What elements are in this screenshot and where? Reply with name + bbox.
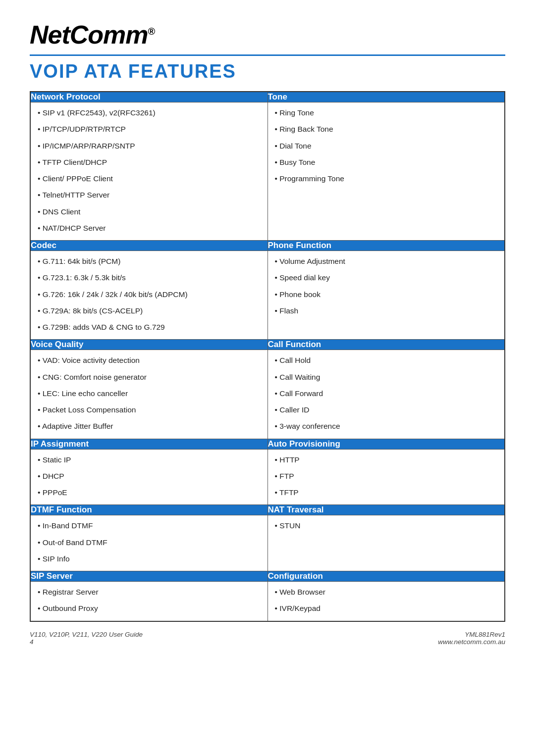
right-item-2-0: • Call Hold xyxy=(268,352,505,368)
right-items-3: • HTTP• FTP• TFTP xyxy=(268,449,505,505)
right-item-3-0: • HTTP xyxy=(268,452,505,468)
left-items-0: • SIP v1 (RFC2543), v2(RFC3261)• IP/TCP/… xyxy=(30,102,268,241)
title-bar: VOIP ATA FEATURES xyxy=(30,54,505,82)
right-items-1: • Volume Adjustment• Speed dial key• Pho… xyxy=(268,251,505,340)
right-item-2-3: • Caller ID xyxy=(268,402,505,418)
left-item-1-0: • G.711: 64k bit/s (PCM) xyxy=(31,253,268,269)
section-header-row-4: DTMF FunctionNAT Traversal xyxy=(30,505,505,515)
section-items-row-0: • SIP v1 (RFC2543), v2(RFC3261)• IP/TCP/… xyxy=(30,102,505,241)
right-item-4-0: • STUN xyxy=(268,517,505,534)
right-items-0: • Ring Tone• Ring Back Tone• Dial Tone• … xyxy=(268,102,505,241)
left-item-5-1: • Outbound Proxy xyxy=(31,600,268,616)
right-item-1-1: • Speed dial key xyxy=(268,269,505,286)
section-items-row-3: • Static IP• DHCP• PPPoE• HTTP• FTP• TFT… xyxy=(30,449,505,505)
footer-left: V110, V210P, V211, V220 User Guide4 xyxy=(30,631,143,646)
right-item-2-1: • Call Waiting xyxy=(268,369,505,385)
logo-reg: ® xyxy=(148,26,155,37)
right-header-3: Auto Provisioning xyxy=(268,439,505,449)
left-item-3-0: • Static IP xyxy=(31,452,268,468)
footer-right-text: YML881Rev1www.netcomm.com.au xyxy=(438,631,505,646)
left-item-0-7: • NAT/DHCP Server xyxy=(31,220,268,236)
left-item-1-1: • G.723.1: 6.3k / 5.3k bit/s xyxy=(31,269,268,286)
right-item-3-2: • TFTP xyxy=(268,484,505,501)
right-item-0-3: • Busy Tone xyxy=(268,154,505,170)
right-item-2-2: • Call Forward xyxy=(268,385,505,402)
left-items-1: • G.711: 64k bit/s (PCM)• G.723.1: 6.3k … xyxy=(30,251,268,340)
right-item-0-0: • Ring Tone xyxy=(268,104,505,121)
left-items-4: • In-Band DTMF• Out-of Band DTMF• SIP In… xyxy=(30,515,268,571)
right-items-2: • Call Hold• Call Waiting• Call Forward•… xyxy=(268,350,505,439)
footer: V110, V210P, V211, V220 User Guide4 YML8… xyxy=(30,631,505,646)
left-header-4: DTMF Function xyxy=(30,505,268,515)
logo-area: NetComm® xyxy=(30,20,505,50)
logo-brand: NetComm xyxy=(30,20,148,49)
right-item-5-1: • IVR/Keypad xyxy=(268,600,505,616)
left-header-1: Codec xyxy=(30,241,268,251)
left-item-3-1: • DHCP xyxy=(31,468,268,484)
right-header-2: Call Function xyxy=(268,340,505,350)
left-header-0: Network Protocol xyxy=(30,92,268,102)
right-items-5: • Web Browser• IVR/Keypad xyxy=(268,582,505,621)
right-item-3-1: • FTP xyxy=(268,468,505,484)
left-item-1-4: • G.729B: adds VAD & CNG to G.729 xyxy=(31,319,268,335)
section-header-row-1: CodecPhone Function xyxy=(30,241,505,251)
right-item-0-1: • Ring Back Tone xyxy=(268,121,505,137)
left-item-4-2: • SIP Info xyxy=(31,551,268,567)
section-header-row-3: IP AssignmentAuto Provisioning xyxy=(30,439,505,449)
section-header-row-5: SIP ServerConfiguration xyxy=(30,571,505,582)
left-header-3: IP Assignment xyxy=(30,439,268,449)
section-items-row-4: • In-Band DTMF• Out-of Band DTMF• SIP In… xyxy=(30,515,505,571)
right-header-5: Configuration xyxy=(268,571,505,582)
footer-left-text: V110, V210P, V211, V220 User Guide4 xyxy=(30,631,143,646)
left-item-2-3: • Packet Loss Compensation xyxy=(31,402,268,418)
right-header-0: Tone xyxy=(268,92,505,102)
left-items-3: • Static IP• DHCP• PPPoE xyxy=(30,449,268,505)
left-item-0-6: • DNS Client xyxy=(31,203,268,220)
left-header-5: SIP Server xyxy=(30,571,268,582)
features-table: Network ProtocolTone• SIP v1 (RFC2543), … xyxy=(30,91,505,622)
logo-text: NetComm® xyxy=(30,20,155,49)
right-header-1: Phone Function xyxy=(268,241,505,251)
left-item-2-2: • LEC: Line echo canceller xyxy=(31,385,268,402)
left-item-4-0: • In-Band DTMF xyxy=(31,517,268,534)
left-item-0-5: • Telnet/HTTP Server xyxy=(31,187,268,203)
right-header-4: NAT Traversal xyxy=(268,505,505,515)
left-item-0-4: • Client/ PPPoE Client xyxy=(31,170,268,187)
footer-right: YML881Rev1www.netcomm.com.au xyxy=(438,631,505,646)
left-item-1-3: • G.729A: 8k bit/s (CS-ACELP) xyxy=(31,302,268,319)
left-items-5: • Registrar Server• Outbound Proxy xyxy=(30,582,268,621)
right-item-5-0: • Web Browser xyxy=(268,584,505,600)
left-item-2-4: • Adaptive Jitter Buffer xyxy=(31,418,268,434)
left-item-0-1: • IP/TCP/UDP/RTP/RTCP xyxy=(31,121,268,137)
left-item-0-0: • SIP v1 (RFC2543), v2(RFC3261) xyxy=(31,104,268,121)
section-items-row-5: • Registrar Server• Outbound Proxy• Web … xyxy=(30,582,505,621)
left-items-2: • VAD: Voice activity detection• CNG: Co… xyxy=(30,350,268,439)
right-item-2-4: • 3-way conference xyxy=(268,418,505,434)
left-item-1-2: • G.726: 16k / 24k / 32k / 40k bit/s (AD… xyxy=(31,286,268,302)
right-item-1-0: • Volume Adjustment xyxy=(268,253,505,269)
left-header-2: Voice Quality xyxy=(30,340,268,350)
right-item-1-3: • Flash xyxy=(268,302,505,319)
section-header-row-2: Voice QualityCall Function xyxy=(30,340,505,350)
left-item-3-2: • PPPoE xyxy=(31,484,268,501)
page-title: VOIP ATA FEATURES xyxy=(30,61,505,82)
right-items-4: • STUN xyxy=(268,515,505,571)
left-item-0-2: • IP/ICMP/ARP/RARP/SNTP xyxy=(31,138,268,154)
left-item-0-3: • TFTP Client/DHCP xyxy=(31,154,268,170)
right-item-0-2: • Dial Tone xyxy=(268,138,505,154)
section-header-row-0: Network ProtocolTone xyxy=(30,92,505,102)
left-item-4-1: • Out-of Band DTMF xyxy=(31,534,268,551)
left-item-2-1: • CNG: Comfort noise generator xyxy=(31,369,268,385)
section-items-row-2: • VAD: Voice activity detection• CNG: Co… xyxy=(30,350,505,439)
left-item-5-0: • Registrar Server xyxy=(31,584,268,600)
left-item-2-0: • VAD: Voice activity detection xyxy=(31,352,268,368)
section-items-row-1: • G.711: 64k bit/s (PCM)• G.723.1: 6.3k … xyxy=(30,251,505,340)
right-item-1-2: • Phone book xyxy=(268,286,505,302)
right-item-0-4: • Programming Tone xyxy=(268,170,505,187)
